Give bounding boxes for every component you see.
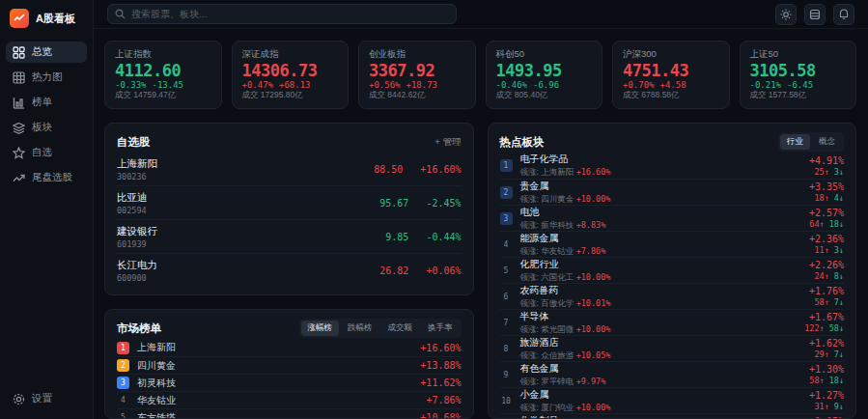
stock-code: 002594: [117, 206, 148, 215]
sidebar-item-label: 总览: [32, 45, 52, 59]
sectors-tab[interactable]: 概念: [812, 134, 842, 150]
search-input[interactable]: [107, 4, 457, 24]
data-source-button[interactable]: [804, 4, 826, 25]
ranking-row[interactable]: 5 东方铁塔 +10.68%: [117, 408, 462, 419]
stock-pct: +16.60%: [420, 164, 461, 175]
stock-pct: +11.62%: [420, 377, 461, 388]
heatmap-icon: [13, 71, 25, 84]
sector-name: 有色金属: [520, 362, 606, 376]
sector-counts: 122↑ 58↓: [804, 323, 844, 333]
notifications-button[interactable]: [833, 4, 854, 25]
watchlist-row[interactable]: 上海新阳 300236 88.50 +16.60%: [117, 153, 462, 185]
leader-pct: +10.00%: [576, 194, 611, 204]
index-chg-abs: -6.45: [787, 80, 813, 90]
database-icon: [809, 9, 821, 20]
sun-icon: [780, 9, 792, 20]
ranking-row[interactable]: 3 初灵科技 +11.62%: [117, 374, 462, 391]
index-chg-abs: +18.73: [406, 80, 438, 90]
sidebar-item-late-session-picks[interactable]: 尾盘选股: [6, 167, 87, 188]
stock-pct: +16.60%: [420, 343, 461, 353]
index-card[interactable]: 上证50 3105.58 -0.21% -6.45 成交 1577.58亿: [740, 41, 857, 109]
sector-row[interactable]: 5 化肥行业 领涨: 六国化工 +10.00%: [500, 257, 845, 283]
sector-row[interactable]: 3 电池 领涨: 振华科技 +8.83%: [500, 205, 845, 231]
sector-row[interactable]: 4 能源金属 领涨: 华友钴业 +7.86%: [500, 231, 845, 257]
stock-code: 600900: [117, 273, 157, 283]
up-count: 29↑: [814, 349, 828, 359]
watchlist-row[interactable]: 比亚迪 002594 95.67 -2.45%: [117, 185, 462, 219]
sector-pct: +1.27%: [809, 390, 844, 401]
index-card[interactable]: 沪深300 4751.43 +0.70% +4.58 成交 6788.58亿: [612, 41, 730, 109]
sidebar-item-sectors[interactable]: 板块: [6, 117, 87, 138]
index-turnover: 成交 1577.58亿: [750, 90, 847, 101]
watchlist-row[interactable]: 长江电力 600900 26.82 +0.06%: [117, 253, 462, 287]
rank-badge: 5: [117, 411, 129, 419]
sector-pct: +3.35%: [809, 182, 844, 192]
manage-watchlist-button[interactable]: + 管理: [434, 136, 461, 149]
sector-pct: +4.91%: [809, 155, 844, 166]
rankings-tab[interactable]: 换手率: [421, 321, 460, 336]
rank-badge: 1: [117, 342, 129, 354]
ranking-row[interactable]: 2 四川黄金 +13.88%: [117, 356, 462, 374]
stock-pct: +10.68%: [420, 412, 461, 419]
index-value: 3367.92: [369, 61, 465, 80]
stock-name: 四川黄金: [137, 359, 176, 373]
sector-name: 电池: [520, 206, 606, 219]
sector-row[interactable]: 6 农药兽药 领涨: 百傲化学 +10.01%: [500, 283, 845, 309]
stock-name: 建设银行: [117, 225, 157, 238]
index-pct: +0.70%: [623, 80, 655, 90]
rankings-tab[interactable]: 涨幅榜: [301, 321, 340, 336]
sector-row[interactable]: 8 旅游酒店 领涨: 众信旅游 +10.05%: [500, 335, 845, 361]
sector-leader: 领涨: 振华科技 +8.83%: [520, 220, 606, 232]
rankings-tab[interactable]: 跌幅榜: [341, 321, 379, 336]
sector-leader: 领涨: 四川黄金 +10.00%: [520, 194, 611, 206]
stock-price: 95.67: [379, 198, 408, 209]
rank-badge: 4: [500, 238, 513, 251]
up-count: 24↑: [814, 271, 828, 281]
rank-badge: 9: [500, 369, 513, 381]
index-turnover: 成交 8442.62亿: [369, 90, 465, 101]
sector-row[interactable]: 11 化学制品 领涨: 七彩化学 +20.02%: [500, 413, 845, 419]
sidebar-item-rankings[interactable]: 榜单: [6, 92, 87, 113]
index-pct: -0.33%: [115, 80, 147, 90]
sector-counts: 29↑ 7↓: [809, 349, 844, 359]
sector-row[interactable]: 9 有色金属 领涨: 罗平锌电 +9.97%: [500, 361, 845, 387]
leader-prefix: 领涨:: [520, 272, 539, 282]
index-turnover: 成交 805.40亿: [496, 90, 593, 101]
sector-pct: +1.30%: [809, 364, 844, 375]
stock-name: 比亚迪: [117, 191, 148, 205]
index-card[interactable]: 上证指数 4112.60 -0.33% -13.45 成交 14759.47亿: [104, 41, 222, 109]
sidebar-item-heatmap[interactable]: 热力图: [6, 67, 87, 88]
rankings-tab[interactable]: 成交额: [381, 321, 420, 336]
leader-prefix: 领涨:: [520, 377, 539, 386]
sector-row[interactable]: 10 小金属 领涨: 厦门钨业 +10.00%: [500, 387, 845, 413]
sectors-tab[interactable]: 行业: [780, 134, 810, 150]
index-card[interactable]: 深证成指 14306.73 +0.47% +68.13 成交 17295.80亿: [232, 41, 350, 109]
sector-counts: 18↑ 4↓: [809, 193, 844, 203]
sector-row[interactable]: 1 电子化学品 领涨: 上海新阳 +16.60%: [500, 153, 845, 179]
down-count: 58↓: [829, 323, 844, 333]
sector-name: 旅游酒店: [520, 336, 611, 349]
sector-leader: 领涨: 众信旅游 +10.05%: [520, 350, 611, 362]
sector-counts: 31↑ 9↓: [809, 402, 844, 411]
sidebar-item-watchlist[interactable]: 自选: [6, 142, 87, 163]
index-name: 创业板指: [369, 48, 465, 61]
sector-row[interactable]: 2 贵金属 领涨: 四川黄金 +10.00%: [500, 179, 845, 205]
sector-row[interactable]: 7 半导体 领涨: 紫光国微 +10.00%: [500, 309, 845, 335]
sector-name: 化肥行业: [520, 258, 611, 271]
sidebar-item-overview[interactable]: 总览: [6, 42, 87, 63]
sidebar-item-label: 自选: [32, 146, 52, 159]
index-change: -0.46% -6.96: [496, 80, 593, 90]
leader-name: 百傲化学: [541, 298, 574, 308]
sector-counts: 58↑ 7↓: [809, 297, 844, 307]
index-card[interactable]: 科创50 1493.95 -0.46% -6.96 成交 805.40亿: [486, 41, 603, 109]
leader-name: 振华科技: [541, 220, 574, 230]
watchlist-row[interactable]: 建设银行 601939 9.85 -0.44%: [117, 219, 462, 253]
up-count: 58↑: [809, 376, 824, 385]
sector-name: 农药兽药: [520, 284, 611, 297]
sidebar-item-settings[interactable]: 设置: [6, 388, 87, 409]
ranking-row[interactable]: 1 上海新阳 +16.60%: [117, 339, 462, 356]
theme-toggle-button[interactable]: [775, 4, 797, 25]
ranking-row[interactable]: 4 华友钴业 +7.86%: [117, 391, 462, 408]
index-card[interactable]: 创业板指 3367.92 +0.56% +18.73 成交 8442.62亿: [358, 41, 476, 109]
index-value: 4112.60: [115, 61, 211, 80]
